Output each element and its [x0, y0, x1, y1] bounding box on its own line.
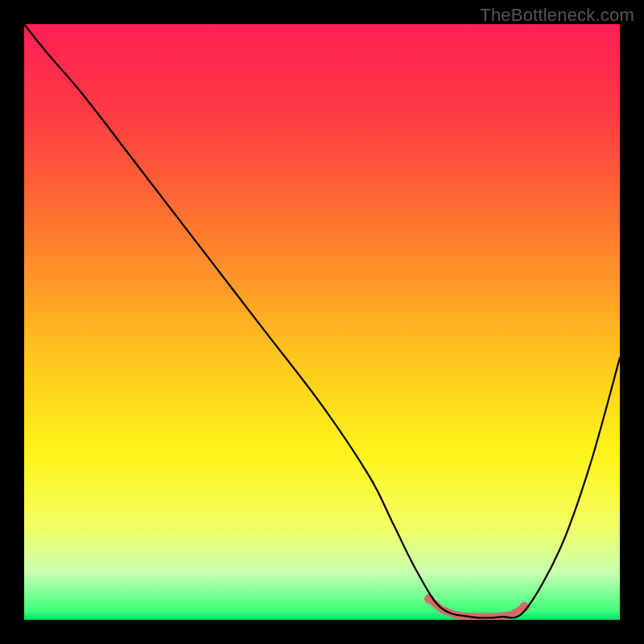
plot-area	[24, 24, 620, 620]
chart-svg	[24, 24, 620, 620]
chart-container: TheBottleneck.com	[0, 0, 644, 644]
watermark-text: TheBottleneck.com	[480, 5, 634, 26]
gradient-background	[24, 24, 620, 620]
